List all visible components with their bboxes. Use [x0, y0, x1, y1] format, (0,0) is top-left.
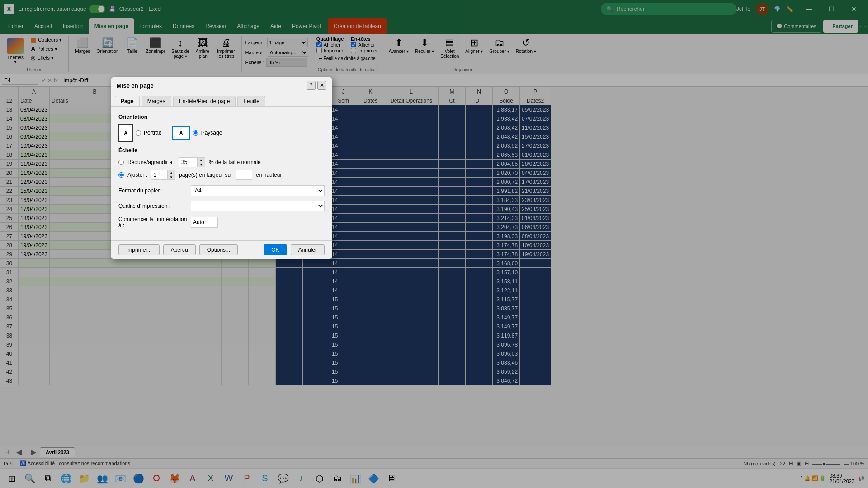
reduire-down[interactable]: ▼	[198, 162, 205, 167]
format-label: Format du papier :	[118, 188, 191, 194]
dialog-help-button[interactable]: ?	[307, 81, 316, 90]
format-row: Format du papier : A4	[118, 185, 325, 196]
portrait-icon: A	[118, 124, 133, 142]
echelle-title: Échelle	[118, 147, 325, 154]
ok-button[interactable]: OK	[264, 244, 287, 255]
dialog-tab-marges[interactable]: Marges	[142, 96, 171, 106]
pages-input-group: ▲ ▼	[151, 170, 175, 180]
dialog-tab-page[interactable]: Page	[115, 96, 140, 106]
hauteur-pages-input[interactable]	[236, 170, 252, 180]
pagination-label: Commencer la numérotation à :	[118, 216, 191, 229]
pages-up[interactable]: ▲	[168, 170, 175, 175]
dialog-close-button[interactable]: ✕	[317, 81, 326, 90]
reduire-row: Réduire/agrandir à : ▲ ▼ % de la taille …	[118, 157, 325, 167]
dialog-footer: Imprimer... Aperçu Options... OK Annuler	[111, 240, 332, 259]
dialog-header: Mise en page ? ✕	[111, 77, 332, 94]
paysage-radio[interactable]	[193, 130, 198, 136]
reduire-radio[interactable]	[118, 160, 124, 165]
paysage-label: Paysage	[201, 130, 222, 136]
format-select[interactable]: A4	[191, 185, 325, 196]
portrait-radio[interactable]	[136, 130, 141, 136]
dialog-controls: ? ✕	[307, 81, 326, 90]
imprimer-button[interactable]: Imprimer...	[118, 244, 160, 255]
ajuster-row: Ajuster : ▲ ▼ page(s) en largeur sur en …	[118, 170, 325, 180]
portrait-label: Portrait	[144, 130, 161, 136]
dialog-tabs: Page Marges En-tête/Pied de page Feuille	[111, 94, 332, 107]
dialog-action-buttons: Imprimer... Aperçu Options...	[118, 244, 238, 255]
pagination-row: Commencer la numérotation à :	[118, 216, 325, 229]
qualite-select[interactable]	[191, 201, 325, 211]
pages-value-input[interactable]	[151, 170, 167, 180]
dialog-body: Orientation A Portrait A Pay	[111, 107, 332, 240]
reduire-spinbtns: ▲ ▼	[197, 157, 205, 167]
reduire-up[interactable]: ▲	[198, 158, 205, 162]
modal-overlay: Mise en page ? ✕ Page Marges En-tête/Pie…	[0, 0, 868, 488]
orientation-title: Orientation	[118, 114, 325, 120]
hauteur-label-dialog: en hauteur	[256, 172, 282, 178]
reduire-value-input[interactable]	[179, 157, 197, 167]
pct-label: % de la taille normale	[209, 159, 261, 165]
dialog-title: Mise en page	[117, 82, 154, 89]
dialog-tab-feuille[interactable]: Feuille	[237, 96, 265, 106]
reduire-input-group: ▲ ▼	[179, 157, 205, 167]
ajuster-label: Ajuster :	[127, 172, 147, 178]
pagination-input[interactable]	[191, 217, 218, 228]
pages-label: page(s) en largeur sur	[179, 172, 232, 178]
qualite-label: Qualité d'impression :	[118, 203, 191, 209]
options-button[interactable]: Options...	[199, 244, 238, 255]
echelle-section: Échelle Réduire/agrandir à : ▲ ▼ % de la…	[118, 147, 325, 180]
reduire-label: Réduire/agrandir à :	[127, 159, 175, 165]
pages-down[interactable]: ▼	[168, 175, 175, 179]
pages-spinbtns: ▲ ▼	[167, 170, 175, 180]
ajuster-radio[interactable]	[118, 172, 124, 178]
dialog-tab-entete[interactable]: En-tête/Pied de page	[173, 96, 236, 106]
annuler-button[interactable]: Annuler	[291, 244, 325, 255]
paysage-option[interactable]: A Paysage	[172, 124, 222, 142]
orientation-group: A Portrait A Paysage	[118, 124, 325, 142]
qualite-row: Qualité d'impression :	[118, 201, 325, 211]
orientation-section: Orientation A Portrait A Pay	[118, 114, 325, 142]
mise-en-page-dialog: Mise en page ? ✕ Page Marges En-tête/Pie…	[111, 77, 332, 259]
landscape-icon: A	[172, 126, 190, 140]
portrait-option[interactable]: A Portrait	[118, 124, 161, 142]
apercu-button[interactable]: Aperçu	[163, 244, 196, 255]
